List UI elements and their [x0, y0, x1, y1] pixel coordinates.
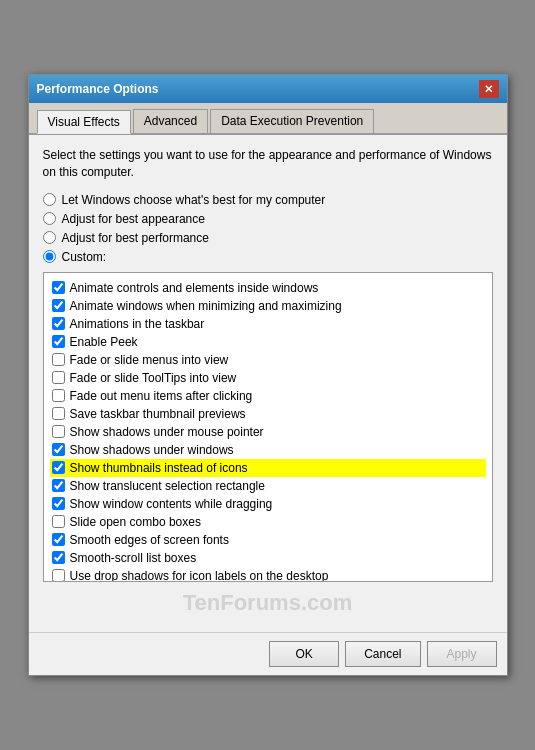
checkbox-item-c4[interactable]: Enable Peek	[50, 333, 486, 351]
checkbox-label-c11: Show thumbnails instead of icons	[70, 461, 248, 475]
checkbox-item-c17[interactable]: Use drop shadows for icon labels on the …	[50, 567, 486, 582]
checkbox-item-c5[interactable]: Fade or slide menus into view	[50, 351, 486, 369]
checkbox-label-c13: Show window contents while dragging	[70, 497, 273, 511]
title-bar: Performance Options ✕	[29, 75, 507, 103]
radio-custom[interactable]	[43, 250, 56, 263]
checkbox-item-c7[interactable]: Fade out menu items after clicking	[50, 387, 486, 405]
checkbox-c4[interactable]	[52, 335, 65, 348]
checkbox-item-c1[interactable]: Animate controls and elements inside win…	[50, 279, 486, 297]
checkbox-item-c15[interactable]: Smooth edges of screen fonts	[50, 531, 486, 549]
checkbox-label-c15: Smooth edges of screen fonts	[70, 533, 229, 547]
tab-data-execution-prevention[interactable]: Data Execution Prevention	[210, 109, 374, 133]
radio-item-best-performance[interactable]: Adjust for best performance	[43, 231, 493, 245]
checkbox-label-c7: Fade out menu items after clicking	[70, 389, 253, 403]
checkbox-c2[interactable]	[52, 299, 65, 312]
checkbox-label-c2: Animate windows when minimizing and maxi…	[70, 299, 342, 313]
checkbox-item-c11[interactable]: Show thumbnails instead of icons	[50, 459, 486, 477]
checkbox-c16[interactable]	[52, 551, 65, 564]
apply-button[interactable]: Apply	[427, 641, 497, 667]
checkbox-item-c14[interactable]: Slide open combo boxes	[50, 513, 486, 531]
tab-content: Select the settings you want to use for …	[29, 135, 507, 632]
radio-label-best-appearance: Adjust for best appearance	[62, 212, 205, 226]
radio-group: Let Windows choose what's best for my co…	[43, 193, 493, 264]
checkbox-item-c6[interactable]: Fade or slide ToolTips into view	[50, 369, 486, 387]
checkbox-label-c1: Animate controls and elements inside win…	[70, 281, 319, 295]
checkbox-c9[interactable]	[52, 425, 65, 438]
checkbox-c7[interactable]	[52, 389, 65, 402]
checkbox-item-c16[interactable]: Smooth-scroll list boxes	[50, 549, 486, 567]
window-title: Performance Options	[37, 82, 159, 96]
checkbox-label-c6: Fade or slide ToolTips into view	[70, 371, 237, 385]
checkbox-label-c14: Slide open combo boxes	[70, 515, 201, 529]
checkbox-label-c16: Smooth-scroll list boxes	[70, 551, 197, 565]
button-bar: OK Cancel Apply	[29, 632, 507, 675]
checkbox-c12[interactable]	[52, 479, 65, 492]
checkbox-item-c9[interactable]: Show shadows under mouse pointer	[50, 423, 486, 441]
checkbox-c11[interactable]	[52, 461, 65, 474]
checkbox-c13[interactable]	[52, 497, 65, 510]
radio-windows-best[interactable]	[43, 193, 56, 206]
checkbox-c8[interactable]	[52, 407, 65, 420]
checkbox-label-c9: Show shadows under mouse pointer	[70, 425, 264, 439]
checkbox-item-c2[interactable]: Animate windows when minimizing and maxi…	[50, 297, 486, 315]
radio-best-appearance[interactable]	[43, 212, 56, 225]
description-text: Select the settings you want to use for …	[43, 147, 493, 181]
checkbox-c5[interactable]	[52, 353, 65, 366]
tab-visual-effects[interactable]: Visual Effects	[37, 110, 131, 134]
radio-label-custom: Custom:	[62, 250, 107, 264]
checkbox-c6[interactable]	[52, 371, 65, 384]
checkbox-list: Animate controls and elements inside win…	[43, 272, 493, 582]
checkbox-c1[interactable]	[52, 281, 65, 294]
tab-bar: Visual Effects Advanced Data Execution P…	[29, 103, 507, 135]
checkbox-c15[interactable]	[52, 533, 65, 546]
checkbox-label-c5: Fade or slide menus into view	[70, 353, 229, 367]
tab-advanced[interactable]: Advanced	[133, 109, 208, 133]
checkbox-label-c12: Show translucent selection rectangle	[70, 479, 265, 493]
radio-label-best-performance: Adjust for best performance	[62, 231, 209, 245]
cancel-button[interactable]: Cancel	[345, 641, 420, 667]
checkbox-c17[interactable]	[52, 569, 65, 582]
checkbox-item-c10[interactable]: Show shadows under windows	[50, 441, 486, 459]
checkbox-c3[interactable]	[52, 317, 65, 330]
checkbox-label-c3: Animations in the taskbar	[70, 317, 205, 331]
checkbox-label-c17: Use drop shadows for icon labels on the …	[70, 569, 329, 582]
radio-item-windows-best[interactable]: Let Windows choose what's best for my co…	[43, 193, 493, 207]
checkbox-c14[interactable]	[52, 515, 65, 528]
checkbox-c10[interactable]	[52, 443, 65, 456]
radio-best-performance[interactable]	[43, 231, 56, 244]
checkbox-item-c12[interactable]: Show translucent selection rectangle	[50, 477, 486, 495]
watermark-text: TenForums.com	[43, 590, 493, 616]
checkbox-label-c4: Enable Peek	[70, 335, 138, 349]
ok-button[interactable]: OK	[269, 641, 339, 667]
radio-item-custom[interactable]: Custom:	[43, 250, 493, 264]
radio-item-best-appearance[interactable]: Adjust for best appearance	[43, 212, 493, 226]
checkbox-label-c8: Save taskbar thumbnail previews	[70, 407, 246, 421]
checkbox-item-c3[interactable]: Animations in the taskbar	[50, 315, 486, 333]
checkbox-item-c13[interactable]: Show window contents while dragging	[50, 495, 486, 513]
close-button[interactable]: ✕	[479, 80, 499, 98]
performance-options-window: Performance Options ✕ Visual Effects Adv…	[28, 74, 508, 676]
checkbox-label-c10: Show shadows under windows	[70, 443, 234, 457]
radio-label-windows-best: Let Windows choose what's best for my co…	[62, 193, 326, 207]
checkbox-item-c8[interactable]: Save taskbar thumbnail previews	[50, 405, 486, 423]
